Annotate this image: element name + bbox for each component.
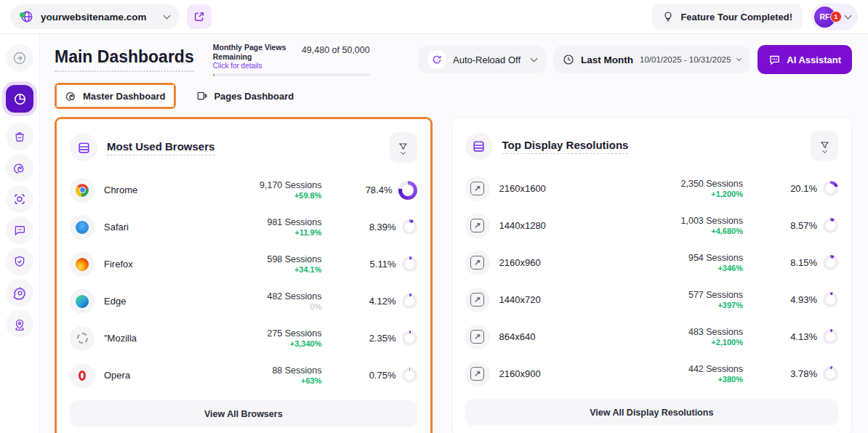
sidebar-item-heatmaps[interactable] bbox=[6, 154, 33, 182]
resolution-row[interactable]: ↗ 2160x960 954 Sessions+346% 8.15% bbox=[465, 244, 839, 281]
feature-tour-button[interactable]: Feature Tour Completed! bbox=[652, 4, 803, 30]
quota-progress-bar bbox=[213, 73, 370, 76]
opera-icon bbox=[70, 363, 95, 388]
bag-icon bbox=[13, 130, 26, 143]
firefox-icon bbox=[70, 252, 95, 277]
row-delta: +397% bbox=[634, 301, 743, 309]
annotation-box-master-tab: Master Dashboard bbox=[55, 83, 176, 109]
quota-details-link[interactable]: Click for details bbox=[213, 62, 297, 70]
resolution-row[interactable]: ↗ 1440x1280 1,003 Sessions+4,680% 8.57% bbox=[465, 207, 839, 244]
row-percent: 8.15% bbox=[790, 257, 817, 268]
sidebar-item-settings[interactable] bbox=[6, 279, 33, 307]
spiral-icon bbox=[65, 90, 77, 102]
shield-check-icon bbox=[13, 255, 26, 268]
tab-pages-dashboard[interactable]: Pages Dashboard bbox=[188, 85, 302, 107]
donut-chart bbox=[823, 329, 838, 344]
browser-row[interactable]: Opera 88 Sessions+63% 0.75% bbox=[70, 357, 417, 394]
row-sessions: 577 Sessions bbox=[634, 290, 743, 300]
site-name: yourwebsitename.com bbox=[41, 12, 147, 23]
row-label: Chrome bbox=[104, 185, 204, 195]
row-sessions: 598 Sessions bbox=[213, 254, 322, 264]
row-label: 1440x720 bbox=[499, 294, 625, 305]
row-sessions: 9,170 Sessions bbox=[213, 180, 322, 190]
row-label: Safari bbox=[104, 222, 204, 232]
clock-icon bbox=[563, 54, 574, 65]
sidebar-collapse-button[interactable] bbox=[6, 44, 33, 72]
topbar: yourwebsitename.com Feature Tour Complet… bbox=[0, 0, 868, 34]
chat-bubble-icon bbox=[13, 224, 26, 237]
quota-widget: Monthly Page Views Remaining Click for d… bbox=[213, 43, 370, 76]
period-label: Last Month bbox=[581, 54, 633, 65]
browsers-card: Most Used Browsers Chrome 9,170 Sessions… bbox=[57, 119, 430, 433]
row-delta: +346% bbox=[634, 264, 743, 272]
chevron-down-icon bbox=[531, 54, 538, 62]
browser-row[interactable]: Edge 482 Sessions0% 4.12% bbox=[70, 283, 417, 320]
view-all-resolutions-button[interactable]: View All Display Resolutions bbox=[465, 399, 839, 426]
avatar-initials: RF bbox=[820, 12, 830, 21]
resolution-card-icon bbox=[465, 132, 493, 160]
site-selector[interactable]: yourwebsitename.com bbox=[10, 4, 180, 29]
row-percent: 4.12% bbox=[369, 296, 396, 307]
sidebar-item-feedback[interactable] bbox=[6, 216, 33, 244]
pages-icon bbox=[196, 90, 208, 102]
row-sessions: 981 Sessions bbox=[213, 217, 322, 227]
browser-row[interactable]: "Mozilla 275 Sessions+3,340% 2.35% bbox=[70, 320, 417, 357]
row-percent: 4.13% bbox=[790, 331, 817, 342]
sidebar-item-recordings[interactable] bbox=[6, 185, 33, 213]
row-delta: +59.8% bbox=[213, 191, 322, 200]
tab-label: Master Dashboard bbox=[83, 91, 165, 102]
globe-icon bbox=[20, 10, 33, 23]
row-delta: +380% bbox=[634, 375, 743, 384]
donut-chart bbox=[402, 256, 417, 272]
spiral-icon bbox=[13, 161, 26, 174]
ai-assistant-button[interactable]: AI Assistant bbox=[758, 45, 852, 74]
row-label: 2160x900 bbox=[499, 368, 625, 379]
card-title: Top Display Resolutions bbox=[502, 139, 629, 154]
notification-badge: 1 bbox=[830, 11, 842, 23]
sidebar bbox=[0, 34, 40, 433]
row-label: 864x640 bbox=[499, 331, 625, 342]
avatar: RF 1 bbox=[814, 7, 835, 28]
row-percent: 4.93% bbox=[790, 294, 817, 305]
chrome-icon bbox=[70, 178, 95, 203]
quota-progress-fill bbox=[213, 73, 214, 76]
open-site-button[interactable] bbox=[187, 4, 212, 29]
resolution-row[interactable]: ↗ 1440x720 577 Sessions+397% 4.93% bbox=[465, 281, 839, 318]
sidebar-item-privacy[interactable] bbox=[6, 248, 33, 275]
refresh-icon bbox=[427, 50, 446, 69]
browser-row[interactable]: Chrome 9,170 Sessions+59.8% 78.4% bbox=[70, 171, 417, 209]
row-percent: 78.4% bbox=[366, 185, 393, 195]
row-sessions: 442 Sessions bbox=[634, 364, 743, 374]
filter-button[interactable] bbox=[811, 131, 838, 161]
tab-label: Pages Dashboard bbox=[214, 91, 294, 102]
donut-chart bbox=[823, 181, 838, 196]
row-delta: +3,340% bbox=[213, 339, 322, 348]
view-all-browsers-button[interactable]: View All Browsers bbox=[70, 400, 417, 427]
tab-master-dashboard[interactable]: Master Dashboard bbox=[57, 85, 174, 107]
browser-row[interactable]: Safari 981 Sessions+11.9% 8.39% bbox=[70, 209, 417, 246]
browser-row[interactable]: Firefox 598 Sessions+34.1% 5.11% bbox=[70, 246, 417, 283]
resolution-row[interactable]: ↗ 864x640 483 Sessions+2,100% 4.13% bbox=[465, 318, 839, 355]
sidebar-item-conversions[interactable] bbox=[6, 123, 33, 150]
page-title: Main Dashboards bbox=[55, 47, 194, 72]
camera-focus-icon bbox=[13, 193, 26, 206]
donut-chart bbox=[823, 366, 838, 381]
resolution-row[interactable]: ↗ 2160x1600 2,350 Sessions+1,200% 20.1% bbox=[465, 170, 839, 207]
row-label: 1440x1280 bbox=[499, 220, 625, 231]
row-sessions: 954 Sessions bbox=[634, 253, 743, 263]
resolution-row[interactable]: ↗ 2160x900 442 Sessions+380% 3.78% bbox=[465, 355, 839, 392]
main-content: Main Dashboards Monthly Page Views Remai… bbox=[40, 34, 868, 433]
row-sessions: 483 Sessions bbox=[634, 327, 743, 337]
resolutions-card: Top Display Resolutions ↗ 2160x1600 2,35… bbox=[451, 117, 853, 433]
expand-icon: ↗ bbox=[465, 177, 490, 201]
row-percent: 8.57% bbox=[790, 220, 817, 231]
sidebar-item-visitor-map[interactable] bbox=[6, 310, 33, 338]
donut-chart bbox=[398, 181, 417, 200]
account-menu[interactable]: RF 1 bbox=[811, 4, 858, 30]
date-range-picker[interactable]: Last Month 10/01/2025 - 10/31/2025 bbox=[553, 46, 750, 73]
row-sessions: 275 Sessions bbox=[213, 328, 322, 339]
sidebar-item-dashboards[interactable] bbox=[6, 85, 33, 113]
row-delta: +1,200% bbox=[634, 190, 743, 198]
auto-reload-dropdown[interactable]: Auto-Reload Off bbox=[418, 46, 546, 73]
filter-button[interactable] bbox=[390, 132, 417, 163]
